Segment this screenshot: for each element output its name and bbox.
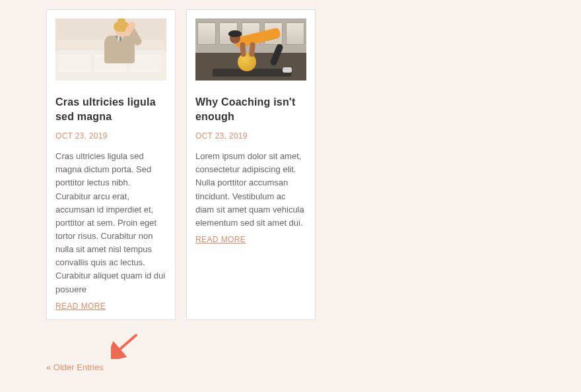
post-excerpt: Cras ultricies ligula sed magna dictum p… [55, 150, 166, 296]
posts-grid: Cras ultricies ligula sed magna OCT 23, … [46, 9, 535, 320]
post-date: OCT 23, 2019 [195, 131, 306, 141]
post-thumbnail[interactable] [195, 18, 306, 81]
read-more-link[interactable]: READ MORE [195, 235, 306, 244]
post-title[interactable]: Why Coaching isn't enough [195, 95, 306, 123]
post-title[interactable]: Cras ultricies ligula sed magna [55, 95, 166, 123]
read-more-link[interactable]: READ MORE [55, 302, 166, 311]
post-card: Cras ultricies ligula sed magna OCT 23, … [46, 9, 176, 320]
blog-grid-container: Cras ultricies ligula sed magna OCT 23, … [0, 0, 581, 392]
older-entries-link[interactable]: « Older Entries [46, 362, 535, 372]
post-thumbnail[interactable] [55, 18, 166, 81]
post-date: OCT 23, 2019 [55, 131, 166, 141]
post-card: Why Coaching isn't enough OCT 23, 2019 L… [186, 9, 316, 320]
post-excerpt: Lorem ipsum dolor sit amet, consectetur … [195, 150, 306, 230]
